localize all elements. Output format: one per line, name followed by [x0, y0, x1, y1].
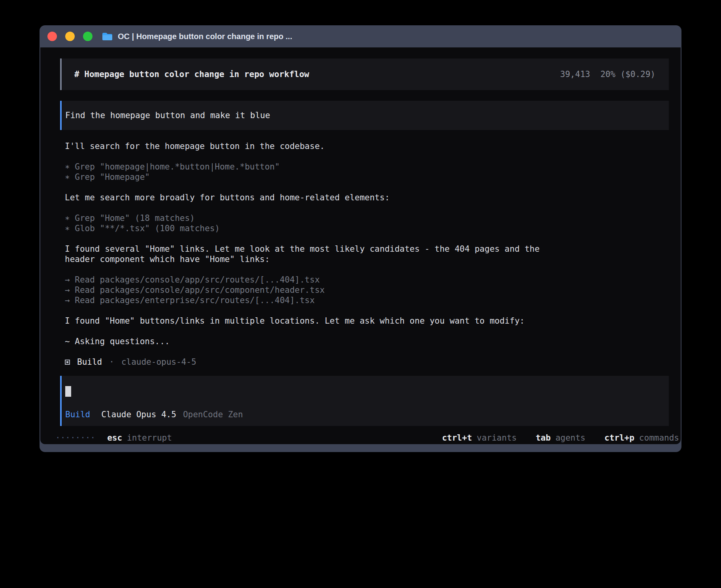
hint-key: tab [536, 433, 551, 443]
text-cursor [65, 386, 71, 397]
assistant-text-line: I'll search for the homepage button in t… [65, 141, 555, 151]
tool-call-line: → Read packages/enterprise/src/routes/[.… [65, 295, 669, 305]
titlebar[interactable]: OC | Homepage button color change in rep… [40, 25, 681, 47]
assistant-text-line: I found "Home" buttons/links in multiple… [65, 316, 555, 326]
traffic-lights [47, 32, 92, 41]
agent-name: Build [77, 357, 102, 367]
agent-icon [65, 360, 70, 365]
agent-separator: · [109, 357, 114, 367]
hint-commands: ctrl+p commands [604, 433, 679, 443]
hint-key: ctrl+p [604, 433, 634, 443]
terminal-content: # Homepage button color change in repo w… [40, 47, 681, 444]
session-meta: 39,413 20% ($0.29) [560, 69, 655, 79]
window-title: OC | Homepage button color change in rep… [118, 32, 292, 41]
hint-label: interrupt [127, 433, 172, 443]
assistant-text-line: I found several "Home" links. Let me loo… [65, 244, 555, 264]
zoom-button[interactable] [83, 32, 92, 41]
prompt-input[interactable]: Build Claude Opus 4.5 OpenCode Zen [60, 376, 669, 426]
hint-label: agents [555, 433, 585, 443]
hint-key: esc [107, 433, 122, 443]
folder-icon [102, 32, 113, 41]
hint-label: variants [477, 433, 517, 443]
statusbar: ········ esc interrupt ctrl+t variants t… [55, 433, 679, 443]
hint-agents: tab agents [536, 433, 585, 443]
spinner-dots: ········ [55, 433, 95, 443]
terminal-window: OC | Homepage button color change in rep… [40, 25, 681, 452]
provider-label: OpenCode Zen [183, 409, 243, 420]
hint-interrupt: esc interrupt [107, 433, 172, 443]
model-label[interactable]: Claude Opus 4.5 [101, 409, 176, 420]
agent-mode-label[interactable]: Build [65, 409, 90, 420]
user-message-text: Find the homepage button and make it blu… [65, 111, 270, 120]
tool-call-line: ∗ Grep "Homepage" [65, 172, 669, 182]
tool-call-line: → Read packages/console/app/src/routes/[… [65, 275, 669, 285]
tool-call-line: ∗ Grep "homepage|home.*button|Home.*butt… [65, 162, 669, 172]
hint-variants: ctrl+t variants [442, 433, 517, 443]
assistant-text-line: Let me search more broadly for buttons a… [65, 192, 555, 203]
tool-call-line: → Read packages/console/app/src/componen… [65, 285, 669, 295]
status-text-line: ~ Asking questions... [65, 336, 555, 347]
context-usage: 20% ($0.29) [600, 69, 655, 79]
tool-call-line: ∗ Glob "**/*.tsx" (100 matches) [65, 223, 669, 234]
user-message: Find the homepage button and make it blu… [60, 101, 669, 130]
agent-status-row: Build · claude-opus-4-5 [65, 357, 669, 367]
hint-key: ctrl+t [442, 433, 472, 443]
minimize-button[interactable] [65, 32, 75, 41]
input-meta: Build Claude Opus 4.5 OpenCode Zen [65, 409, 657, 420]
hint-label: commands [639, 433, 679, 443]
transcript: I'll search for the homepage button in t… [60, 141, 669, 367]
session-header: # Homepage button color change in repo w… [60, 58, 669, 90]
tool-call-line: ∗ Grep "Home" (18 matches) [65, 213, 669, 223]
close-button[interactable] [47, 32, 57, 41]
session-title: # Homepage button color change in repo w… [74, 69, 309, 79]
agent-model: claude-opus-4-5 [121, 357, 196, 367]
token-count: 39,413 [560, 69, 590, 79]
